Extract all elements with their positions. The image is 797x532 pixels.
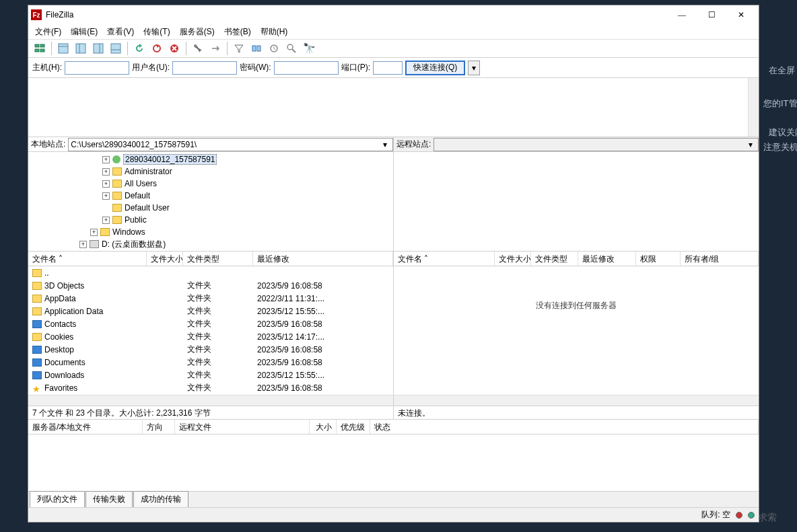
tree-node[interactable]: +Public [28,214,393,226]
col-name[interactable]: 文件名 ˄ [394,252,495,266]
close-button[interactable]: ✕ [726,5,756,24]
toggle-remote-tree-icon[interactable] [90,40,106,56]
local-file-list[interactable]: ..3D Objects文件夹2023/5/9 16:08:58AppData文… [28,266,393,395]
port-input[interactable] [373,61,403,75]
svg-point-16 [194,44,197,47]
list-item[interactable]: Contacts文件夹2023/5/9 16:08:58 [28,317,393,330]
compare-icon[interactable] [248,40,265,56]
menu-file[interactable]: 文件(F) [31,25,65,39]
toggle-queue-icon[interactable] [108,40,124,56]
remote-path-combo[interactable]: ▾ [434,138,759,151]
file-name: Documents [44,358,85,367]
col-status[interactable]: 状态 [370,420,759,434]
list-item[interactable]: 3D Objects文件夹2023/5/9 16:08:58 [28,279,393,292]
tree-node[interactable]: +All Users [28,178,393,190]
list-item[interactable]: Links文件夹2023/5/9 16:08:58 [28,394,393,395]
tree-node[interactable]: +Administrator [28,165,393,178]
bg-text: 在全屏 [769,65,795,77]
folder-icon [32,295,42,303]
menu-transfer[interactable]: 传输(T) [139,25,174,39]
list-item[interactable]: ★Favorites文件夹2023/5/9 16:08:58 [28,381,393,394]
tab-successful[interactable]: 成功的传输 [133,491,188,507]
sync-browse-icon[interactable] [266,40,282,56]
remote-tree[interactable] [394,152,759,251]
col-owner[interactable]: 所有者/组 [681,252,759,266]
toggle-local-tree-icon[interactable] [73,40,89,56]
list-item[interactable]: Application Data文件夹2023/5/12 15:55:... [28,305,393,317]
tab-queued[interactable]: 列队的文件 [30,491,85,507]
queue-body[interactable] [28,434,759,491]
chevron-down-icon[interactable]: ▾ [380,140,390,149]
list-item[interactable]: Downloads文件夹2023/5/12 15:55:... [28,369,393,381]
tree-expander[interactable]: + [102,192,110,200]
tree-node[interactable]: +2890340012_157587591 [28,153,393,165]
col-direction[interactable]: 方向 [143,420,175,434]
col-size[interactable]: 文件大小 [147,252,183,266]
col-server[interactable]: 服务器/本地文件 [28,420,143,434]
menu-view[interactable]: 查看(V) [103,25,138,39]
filter-icon[interactable] [231,40,247,56]
col-type[interactable]: 文件类型 [531,252,578,266]
binoculars-icon[interactable]: 🔭 [301,40,317,56]
tab-failed[interactable]: 传输失败 [85,491,133,507]
col-size[interactable]: 大小 [310,420,337,434]
svg-line-21 [292,49,296,52]
tree-node[interactable]: Default User [28,202,393,214]
tree-expander[interactable]: + [102,217,110,224]
search-icon[interactable] [283,40,300,56]
list-item[interactable]: Documents文件夹2023/5/9 16:08:58 [28,356,393,369]
quickconnect-button[interactable]: 快速连接(Q) [405,61,465,75]
tree-expander[interactable]: + [102,156,110,163]
col-modified[interactable]: 最近修改 [578,252,636,266]
local-tree[interactable]: +2890340012_157587591+Administrator+All … [28,152,393,251]
blue-icon [32,358,42,367]
reconnect-icon[interactable] [207,40,223,56]
quickconnect-dropdown[interactable]: ▾ [468,61,480,75]
tree-node[interactable]: +Default [28,190,393,202]
tree-expander[interactable]: + [102,180,110,188]
col-remote[interactable]: 远程文件 [175,420,310,434]
col-priority[interactable]: 优先级 [337,420,370,434]
minimize-button[interactable]: — [667,5,697,24]
folder-icon [112,192,122,200]
tree-expander[interactable]: + [79,241,87,248]
host-input[interactable] [65,61,129,75]
local-path-combo[interactable]: C:\Users\2890340012_157587591\ ▾ [68,138,393,151]
pass-input[interactable] [274,61,339,75]
remote-file-list[interactable]: 没有连接到任何服务器 [394,266,759,395]
disconnect-icon[interactable] [190,40,206,56]
list-item[interactable]: Cookies文件夹2023/5/12 14:17:... [28,330,393,343]
tree-node[interactable]: +Windows [28,226,393,238]
tree-expander[interactable]: + [102,168,110,176]
chevron-down-icon[interactable]: ▾ [745,140,756,149]
remote-empty-message: 没有连接到任何服务器 [394,266,759,311]
col-name[interactable]: 文件名 ˄ [28,252,147,266]
list-item[interactable]: Desktop文件夹2023/5/9 16:08:58 [28,343,393,356]
list-item[interactable]: AppData文件夹2022/3/11 11:31:... [28,292,393,305]
message-log[interactable] [28,78,759,137]
process-queue-icon[interactable] [149,40,165,56]
maximize-button[interactable]: ☐ [697,5,726,24]
tree-node[interactable]: +D: (云桌面数据盘) [28,238,393,250]
col-perm[interactable]: 权限 [636,252,681,266]
refresh-icon[interactable] [131,40,147,56]
menu-help[interactable]: 帮助(H) [256,25,292,39]
quickconnect-bar: 主机(H): 用户名(U): 密码(W): 端口(P): 快速连接(Q) ▾ [28,58,759,78]
toggle-log-icon[interactable] [55,40,71,56]
list-item[interactable]: .. [28,266,393,279]
tree-expander[interactable]: + [90,229,98,236]
local-hscroll[interactable] [28,395,393,406]
menu-bookmarks[interactable]: 书签(B) [220,25,255,39]
blue-icon [32,371,42,379]
menu-edit[interactable]: 编辑(E) [67,25,102,39]
remote-hscroll[interactable] [394,395,759,406]
col-size[interactable]: 文件大小 [495,252,531,266]
cancel-icon[interactable] [166,40,182,56]
menu-server[interactable]: 服务器(S) [176,25,219,39]
sitemanager-icon[interactable] [32,40,48,56]
log-scrollbar[interactable] [748,78,759,137]
activity-led-recv-icon [736,512,742,519]
col-type[interactable]: 文件类型 [183,252,253,266]
col-modified[interactable]: 最近修改 [253,252,393,266]
user-input[interactable] [172,61,237,75]
